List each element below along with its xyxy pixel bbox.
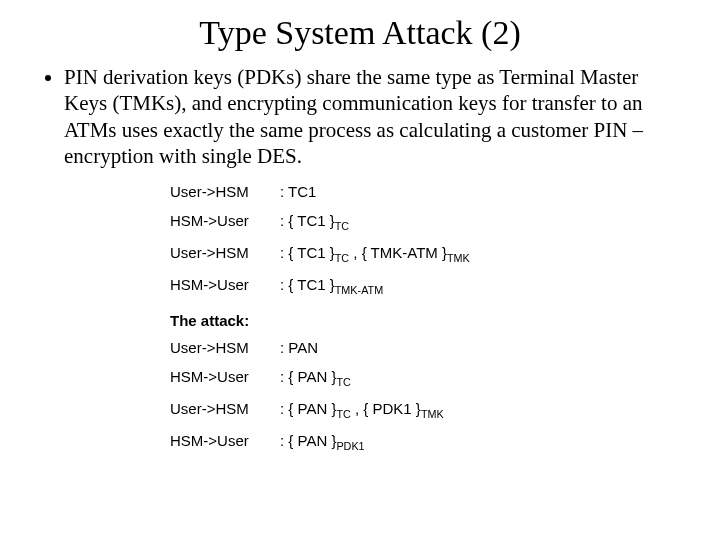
protocol-row: User->HSM : TC1 — [170, 183, 680, 200]
slide: Type System Attack (2) PIN derivation ke… — [0, 0, 720, 540]
protocol-direction: User->HSM — [170, 400, 280, 417]
protocol-row: HSM->User : { PAN }PDK1 — [170, 432, 680, 452]
protocol-message: : { TC1 }TMK-ATM — [280, 276, 680, 296]
protocol-direction: User->HSM — [170, 183, 280, 200]
attack-block: The attack: User->HSM : PAN HSM->User : … — [170, 312, 680, 452]
page-title: Type System Attack (2) — [40, 14, 680, 52]
attack-header: The attack: — [170, 312, 680, 329]
protocol-row: HSM->User : { TC1 }TMK-ATM — [170, 276, 680, 296]
protocol-message: : { TC1 }TC — [280, 212, 680, 232]
protocol-message: : PAN — [280, 339, 680, 356]
protocol-row: User->HSM : { TC1 }TC , { TMK-ATM }TMK — [170, 244, 680, 264]
protocol-direction: HSM->User — [170, 276, 280, 293]
protocol-message: : TC1 — [280, 183, 680, 200]
protocol-message: : { PAN }TC , { PDK1 }TMK — [280, 400, 680, 420]
protocol-row: HSM->User : { PAN }TC — [170, 368, 680, 388]
protocol-direction: HSM->User — [170, 368, 280, 385]
protocol-message: : { PAN }PDK1 — [280, 432, 680, 452]
protocol-message: : { TC1 }TC , { TMK-ATM }TMK — [280, 244, 680, 264]
protocol-direction: HSM->User — [170, 432, 280, 449]
protocol-row: User->HSM : PAN — [170, 339, 680, 356]
bullet-list: PIN derivation keys (PDKs) share the sam… — [40, 64, 680, 169]
protocol-direction: User->HSM — [170, 244, 280, 261]
protocol-block: User->HSM : TC1 HSM->User : { TC1 }TC Us… — [170, 183, 680, 296]
protocol-direction: HSM->User — [170, 212, 280, 229]
protocol-row: HSM->User : { TC1 }TC — [170, 212, 680, 232]
protocol-message: : { PAN }TC — [280, 368, 680, 388]
protocol-row: User->HSM : { PAN }TC , { PDK1 }TMK — [170, 400, 680, 420]
protocol-direction: User->HSM — [170, 339, 280, 356]
bullet-item: PIN derivation keys (PDKs) share the sam… — [64, 64, 670, 169]
